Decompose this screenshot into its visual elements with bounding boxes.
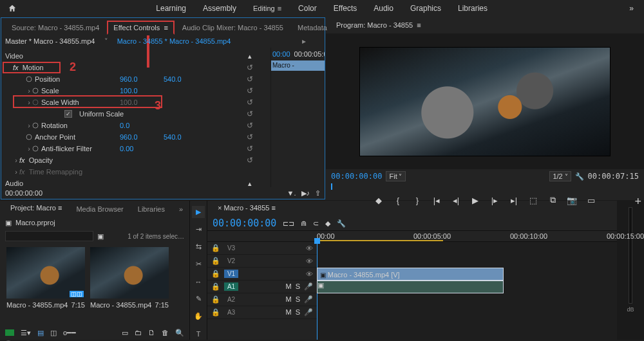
program-timecode-current[interactable]: 00:00:00:00 bbox=[331, 172, 382, 181]
new-item-icon[interactable]: 🗋 bbox=[148, 329, 155, 336]
tab-source[interactable]: Source: Macro - 34855.mp4 bbox=[5, 21, 106, 35]
ec-position[interactable]: Position bbox=[35, 75, 60, 83]
voice-icon[interactable]: 🎤 bbox=[304, 295, 313, 304]
ec-anchor-y[interactable]: 540.0 bbox=[164, 133, 189, 141]
track-a2[interactable]: A2 bbox=[224, 295, 238, 304]
extract-icon[interactable]: ⧉ bbox=[547, 195, 558, 205]
voice-icon[interactable]: 🎤 bbox=[304, 308, 313, 317]
program-fit-select[interactable]: Fit ˅ bbox=[386, 171, 405, 181]
project-clip[interactable]: ◫◫Macro - 34855.mp47:15 bbox=[6, 247, 85, 322]
auto-sequence-icon[interactable]: ▭ bbox=[122, 329, 128, 337]
go-to-out-icon[interactable]: ▸| bbox=[509, 195, 519, 205]
settings-icon[interactable]: 🔧 bbox=[337, 219, 346, 228]
ec-anchor-x[interactable]: 960.0 bbox=[120, 133, 146, 141]
icon-view-icon[interactable]: ▤ bbox=[37, 329, 44, 337]
tab-project[interactable]: Project: Macro ≡ bbox=[4, 201, 68, 216]
ws-learning[interactable]: Learning bbox=[152, 1, 190, 15]
solo-icon[interactable]: S bbox=[296, 308, 300, 317]
comparison-icon[interactable]: ▭ bbox=[586, 195, 596, 205]
selection-tool-icon[interactable]: ▶ bbox=[192, 206, 205, 218]
wrench-icon[interactable]: 🔧 bbox=[575, 172, 584, 181]
trash-icon[interactable]: 🗑 bbox=[162, 329, 169, 336]
home-icon[interactable] bbox=[6, 3, 18, 14]
reset-icon[interactable]: ↺ bbox=[247, 121, 253, 130]
ec-rotation[interactable]: Rotation bbox=[41, 122, 68, 129]
nest-icon[interactable]: ⊏⊐ bbox=[283, 219, 294, 228]
search-icon[interactable]: 🔍 bbox=[175, 329, 184, 337]
lock-icon[interactable]: 🔒 bbox=[211, 308, 220, 317]
lock-icon[interactable]: 🔒 bbox=[211, 282, 220, 291]
tab-metadata[interactable]: Metadata bbox=[291, 21, 334, 35]
tab-audio-mixer[interactable]: Audio Clip Mixer: Macro - 34855 bbox=[176, 21, 290, 35]
pen-tool-icon[interactable]: ✎ bbox=[192, 293, 205, 305]
stopwatch-icon[interactable] bbox=[32, 122, 39, 129]
ec-ruler-clip[interactable]: Macro - 34855.mp4 bbox=[271, 60, 325, 71]
pin-icon[interactable]: ▶♪ bbox=[301, 189, 310, 198]
snap-icon[interactable]: ⋒ bbox=[301, 219, 307, 228]
marker-icon[interactable]: ◆ bbox=[325, 219, 330, 228]
reset-icon[interactable]: ↺ bbox=[247, 98, 253, 107]
ec-opacity[interactable]: Opacity bbox=[29, 156, 229, 164]
project-clip[interactable]: Macro - 34855.mp47:15 bbox=[90, 247, 169, 322]
ec-position-y[interactable]: 540.0 bbox=[164, 75, 189, 83]
stopwatch-icon[interactable] bbox=[26, 76, 32, 82]
lock-icon[interactable]: 🔒 bbox=[211, 244, 220, 252]
ec-anchor[interactable]: Anchor Point bbox=[35, 133, 75, 141]
reset-icon[interactable]: ↺ bbox=[247, 63, 253, 72]
ws-overflow-icon[interactable]: » bbox=[625, 1, 638, 15]
timeline-clips-area[interactable]: ▣ Macro - 34855.mp4 [V] ▣ bbox=[317, 242, 617, 340]
zoom-slider[interactable]: o━━ bbox=[63, 329, 76, 337]
reset-icon[interactable]: ↺ bbox=[247, 75, 253, 84]
add-marker-icon[interactable]: ◆ bbox=[374, 195, 384, 205]
eye-icon[interactable]: 👁 bbox=[306, 270, 313, 278]
ws-color[interactable]: Color bbox=[294, 1, 321, 15]
timeline-video-clip[interactable]: ▣ Macro - 34855.mp4 [V] bbox=[317, 268, 504, 281]
reset-icon[interactable]: ↺ bbox=[247, 86, 253, 95]
new-bin-icon[interactable]: 🗀 bbox=[135, 329, 142, 336]
ws-audio[interactable]: Audio bbox=[370, 1, 397, 15]
solo-icon[interactable]: S bbox=[296, 282, 300, 291]
tab-sequence[interactable]: × Macro - 34855 ≡ bbox=[211, 201, 282, 216]
tab-program[interactable]: Program: Macro - 34855 ≡ bbox=[330, 19, 428, 33]
track-v2[interactable]: V2 bbox=[224, 257, 238, 265]
chevron-right-icon[interactable]: › bbox=[13, 156, 19, 164]
tab-media-browser[interactable]: Media Browser bbox=[70, 203, 129, 216]
mark-in-icon[interactable]: { bbox=[393, 195, 403, 205]
ec-antiflicker[interactable]: Anti-flicker Filter bbox=[41, 145, 92, 152]
ec-playhead-icon[interactable]: ▸ bbox=[302, 37, 306, 46]
track-v3[interactable]: V3 bbox=[224, 244, 238, 252]
solo-icon[interactable]: S bbox=[296, 295, 300, 304]
reset-icon[interactable]: ↺ bbox=[247, 133, 253, 142]
freeform-view-icon[interactable]: ◫ bbox=[50, 329, 57, 337]
reset-icon[interactable]: ↺ bbox=[247, 144, 253, 153]
ws-effects[interactable]: Effects bbox=[330, 1, 361, 15]
ec-time-remapping[interactable]: Time Remapping bbox=[29, 168, 270, 176]
ec-antiflicker-value[interactable]: 0.00 bbox=[120, 145, 146, 152]
type-tool-icon[interactable]: T bbox=[192, 327, 205, 340]
track-a1[interactable]: A1 bbox=[224, 282, 238, 291]
step-forward-icon[interactable]: |▸ bbox=[489, 195, 500, 205]
lift-icon[interactable]: ⬚ bbox=[528, 195, 538, 205]
tab-effect-controls[interactable]: Effect Controls ≡ bbox=[107, 21, 174, 35]
project-search-input[interactable] bbox=[5, 231, 93, 241]
ws-editing[interactable]: Editing≡ bbox=[249, 1, 285, 15]
ec-position-x[interactable]: 960.0 bbox=[120, 75, 146, 83]
mark-out-icon[interactable]: } bbox=[412, 195, 422, 205]
track-select-tool-icon[interactable]: ⇥ bbox=[192, 223, 205, 235]
tab-libraries[interactable]: Libraries bbox=[131, 203, 171, 216]
stopwatch-icon[interactable] bbox=[32, 145, 39, 152]
voice-icon[interactable]: 🎤 bbox=[304, 282, 313, 291]
timeline-timecode[interactable]: 00:00:00:00 bbox=[213, 217, 276, 229]
reset-icon[interactable]: ↺ bbox=[247, 109, 253, 118]
uniform-scale-checkbox[interactable]: ✓ bbox=[64, 110, 72, 118]
chevron-up-icon[interactable]: ▴ bbox=[248, 52, 252, 60]
ws-assembly[interactable]: Assembly bbox=[199, 1, 240, 15]
chevron-right-icon[interactable]: › bbox=[26, 145, 32, 152]
filter-bin-icon[interactable]: ▣ bbox=[97, 232, 104, 241]
work-area-bar[interactable] bbox=[317, 240, 443, 241]
eye-icon[interactable]: 👁 bbox=[306, 244, 313, 252]
linked-selection-icon[interactable]: ⊂ bbox=[313, 219, 319, 228]
program-monitor-view[interactable] bbox=[359, 47, 611, 156]
stopwatch-icon[interactable] bbox=[32, 88, 39, 94]
eye-icon[interactable]: 👁 bbox=[306, 257, 313, 265]
